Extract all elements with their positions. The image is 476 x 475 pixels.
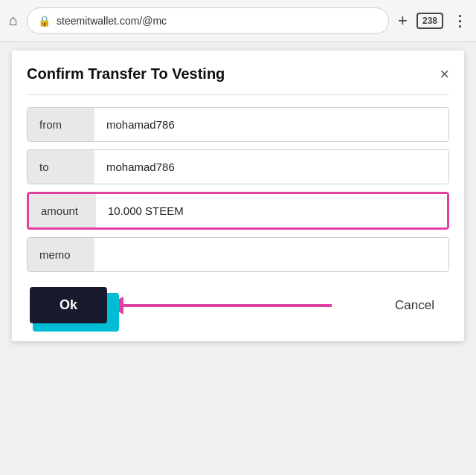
from-row: from mohamad786 xyxy=(27,107,449,142)
cancel-button[interactable]: Cancel xyxy=(395,298,449,313)
memo-row: memo xyxy=(27,237,449,272)
from-label: from xyxy=(28,108,94,141)
amount-value: 10.000 STEEM xyxy=(96,194,447,227)
amount-label: amount xyxy=(29,194,96,227)
memo-label: memo xyxy=(28,238,94,271)
memo-value xyxy=(94,238,448,271)
modal-divider xyxy=(27,94,449,95)
from-value: mohamad786 xyxy=(94,108,448,141)
to-label: to xyxy=(28,150,94,184)
address-bar[interactable]: 🔒 steemitwallet.com/@mc xyxy=(27,7,389,34)
arrow-line xyxy=(123,304,332,307)
lock-icon: 🔒 xyxy=(38,15,51,27)
arrow-annotation xyxy=(109,297,332,314)
browser-menu-icon[interactable]: ⋮ xyxy=(452,12,467,30)
url-text: steemitwallet.com/@mc xyxy=(57,15,167,27)
modal-title: Confirm Transfer To Vesting xyxy=(27,65,225,83)
amount-row: amount 10.000 STEEM xyxy=(27,192,449,230)
modal-header: Confirm Transfer To Vesting × xyxy=(27,65,449,83)
to-value: mohamad786 xyxy=(94,150,448,184)
tabs-count-badge[interactable]: 238 xyxy=(416,13,443,29)
new-tab-icon[interactable]: + xyxy=(398,11,408,30)
to-row: to mohamad786 xyxy=(27,149,449,184)
home-icon[interactable]: ⌂ xyxy=(9,12,18,29)
buttons-area: Ok Cancel xyxy=(27,287,449,323)
ok-button[interactable]: Ok xyxy=(30,287,107,323)
browser-bar: ⌂ 🔒 steemitwallet.com/@mc + 238 ⋮ xyxy=(0,0,476,42)
close-button[interactable]: × xyxy=(440,66,449,83)
modal-container: Confirm Transfer To Vesting × from moham… xyxy=(12,51,464,341)
